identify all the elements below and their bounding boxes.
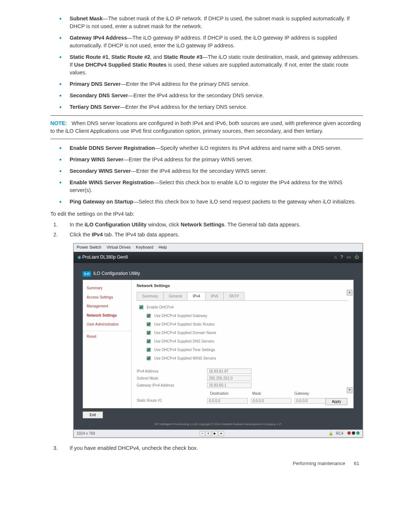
scroll-up-icon[interactable]: ▴ (347, 290, 353, 296)
list-item: Primary DNS Server—Enter the IPv4 addres… (59, 80, 363, 88)
note-label: NOTE: (50, 120, 67, 126)
term: Enable WINS Server Registration (70, 179, 154, 185)
route-dest-input[interactable] (207, 398, 248, 404)
list-item: Subnet Mask—The subnet mask of the iLO I… (59, 15, 363, 30)
note-text: When DNS server locations are configured… (50, 120, 361, 134)
page-number: 61 (354, 461, 359, 466)
list-item: Tertiary DNS Server—Enter the IPv4 addre… (59, 103, 363, 111)
server-name: ProLiant DL380p Gen8 (82, 255, 128, 260)
menu-item[interactable]: Power Switch (77, 245, 101, 250)
sidebar-item-management[interactable]: Management (83, 302, 131, 311)
opt-dns[interactable]: Use DHCPv4 Supplied DNS Servers (145, 338, 348, 345)
term: Primary DNS Server (70, 81, 121, 87)
term: Gateway IPv4 Address (70, 35, 127, 41)
home-icon[interactable]: ⌂ (334, 254, 337, 260)
exit-button[interactable]: Exit (83, 411, 103, 418)
rc-label: RC4 (336, 431, 343, 437)
opt-gateway[interactable]: Use DHCPv4 Supplied Gateway (145, 312, 348, 319)
status-bar: 1024 x 768 « II ▶ ● 🔒 RC4 (74, 430, 363, 438)
playback-controls: « II ▶ ● (200, 431, 224, 436)
list-item: Enable WINS Server Registration—Select t… (59, 179, 363, 194)
opt-domain[interactable]: Use DHCPv4 Supplied Domain Name (145, 329, 348, 336)
enable-dhcpv4-check[interactable]: Enable DHCPv4 (137, 304, 348, 311)
sidebar-item-access[interactable]: Access Settings (83, 293, 131, 302)
help-icon[interactable]: ? (340, 254, 343, 260)
section-heading: Network Settings (137, 283, 348, 289)
subnet-mask-input[interactable] (207, 376, 251, 381)
step-3: If you have enabled DHCPv4, uncheck the … (59, 444, 363, 452)
ilo-badge-icon: iLO (83, 271, 91, 277)
page-footer: Performing maintenance 61 (37, 460, 363, 467)
term: Subnet Mask (70, 16, 103, 21)
ipv4-address-input[interactable] (207, 368, 251, 374)
term: Ping Gateway on Startup (70, 199, 133, 205)
tab-summary[interactable]: Summary (137, 292, 164, 301)
scroll-down-icon[interactable]: ▾ (347, 387, 353, 393)
steps-list-cont: If you have enabled DHCPv4, uncheck the … (37, 444, 363, 452)
bullet-list-1: Subnet Mask—The subnet mask of the iLO I… (37, 15, 363, 111)
route-mask-input[interactable] (251, 398, 291, 404)
sidebar-nav: Summary Access Settings Management Netwo… (83, 280, 131, 408)
term: Static Route #3 (164, 54, 203, 60)
sidebar-item-summary[interactable]: Summary (83, 284, 131, 293)
config-panel: Summary Access Settings Management Netwo… (83, 280, 354, 408)
list-item: Static Route #1, Static Route #2, and St… (59, 53, 363, 77)
row-ipv4-address: IPv4 Address (137, 368, 348, 374)
content-pane: Network Settings Summary General IPv4 IP… (131, 280, 353, 408)
row-subnet-mask: Subnet Mask (137, 376, 348, 381)
hp-logo-icon: ◉ (77, 255, 81, 260)
sidebar-item-network[interactable]: Network Settings (83, 311, 131, 320)
bullet-list-2: Enable DDNS Server Registration—Specify … (37, 144, 363, 206)
desc: —Enter the IPv4 address for the primary … (123, 156, 253, 162)
opt-wins[interactable]: Use DHCPv4 Supplied WINS Servers (145, 355, 348, 362)
desc: —Enter the IPv4 address for the secondar… (131, 168, 267, 174)
status-dots (346, 431, 360, 437)
tab-ipv4[interactable]: IPv4 (187, 292, 206, 301)
tab-bar: Summary General IPv4 IPv6 SNTP (137, 292, 348, 301)
rewind-icon[interactable]: « (200, 431, 205, 436)
desc: —The subnet mask of the iLO IP network. … (70, 16, 350, 29)
steps-list: In the iLO Configuration Utility window,… (37, 221, 363, 239)
power-icon[interactable]: ⏻ (354, 254, 359, 260)
apply-button[interactable]: Apply (326, 398, 347, 405)
desc: —Enter the IPv4 address for the tertiary… (120, 104, 247, 110)
opt-static-routes[interactable]: Use DHCPv4 Supplied Static Routes (145, 321, 348, 328)
menu-item[interactable]: Help (159, 245, 167, 250)
list-item: Secondary WINS Server—Enter the IPv4 add… (59, 167, 363, 175)
step-1: In the iLO Configuration Utility window,… (59, 221, 363, 229)
tab-ipv6[interactable]: IPv6 (205, 292, 224, 301)
tab-general[interactable]: General (163, 292, 188, 301)
tab-sntp[interactable]: SNTP (223, 292, 244, 301)
copyright-text: HP Intelligent Provisioning v1.40 Copyri… (83, 422, 354, 427)
window-icon[interactable]: ▭ (347, 254, 351, 260)
resolution-label: 1024 x 768 (77, 431, 95, 437)
row-gateway: Gateway IPv4 Address (137, 383, 348, 388)
term: Secondary DNS Server (70, 92, 128, 98)
pause-icon[interactable]: II (206, 431, 211, 436)
menu-item[interactable]: Keyboard (136, 245, 153, 250)
sidebar-item-users[interactable]: User Administration (83, 320, 131, 329)
play-icon[interactable]: ▶ (212, 431, 218, 436)
record-icon[interactable]: ● (219, 431, 224, 436)
desc: —Enter the IPv4 address for the primary … (121, 81, 250, 87)
list-item: Ping Gateway on Startup—Select this chec… (59, 198, 363, 206)
utility-title: iLOiLO Configuration Utility (83, 270, 354, 277)
desc: —Specify whether iLO registers its IPv4 … (155, 145, 341, 151)
step-2: Click the IPv4 tab. The IPv4 tab data ap… (59, 231, 363, 239)
menu-item[interactable]: Virtual Drives (107, 245, 131, 250)
screenshot-window: Power Switch Virtual Drives Keyboard Hel… (73, 243, 363, 438)
lock-icon: 🔒 (329, 431, 333, 437)
route-header: Destination Mask Gateway (137, 391, 348, 397)
term: Enable DDNS Server Registration (70, 145, 155, 151)
term: Static Route #1 (70, 54, 109, 60)
bold-phrase: Use DHCPv4 Supplied Static Routes (74, 62, 167, 68)
list-item: Primary WINS Server—Enter the IPv4 addre… (59, 156, 363, 164)
edit-intro: To edit the settings on the IPv4 tab: (50, 210, 363, 218)
desc: —Enter the IPv4 address for the secondar… (128, 92, 264, 98)
term: Secondary WINS Server (70, 168, 131, 174)
opt-time[interactable]: Use DHCPv4 Supplied Time Settings (145, 346, 348, 353)
note-box: NOTE: When DNS server locations are conf… (50, 115, 363, 139)
sidebar-item-reset[interactable]: Reset (83, 331, 131, 341)
list-item: Secondary DNS Server—Enter the IPv4 addr… (59, 92, 363, 100)
gateway-input[interactable] (207, 383, 251, 388)
